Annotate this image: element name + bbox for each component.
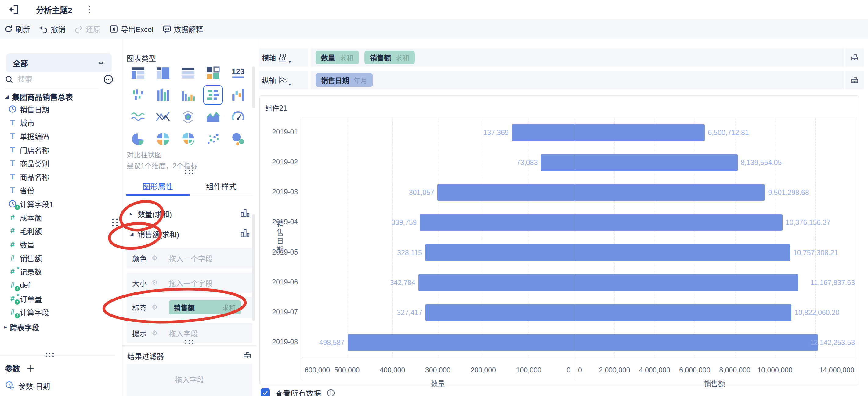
add-parameter-button[interactable]: ＋: [26, 362, 35, 374]
h-axis-label-cell[interactable]: 横轴 ▾: [259, 48, 308, 66]
scrollbar[interactable]: [252, 214, 255, 321]
view-all-data-checkbox[interactable]: [261, 388, 270, 396]
field-item[interactable]: 销售日期: [0, 102, 122, 116]
metric-section-expanded[interactable]: ◢销售额(求和): [130, 224, 250, 244]
expanded-triangle-icon[interactable]: ◢: [5, 93, 9, 100]
expanded-triangle-icon[interactable]: ◢: [130, 231, 138, 237]
field-item[interactable]: T商品类别: [0, 157, 122, 170]
prop-size-row[interactable]: 大小 ⚙ 拖入一个字段: [127, 273, 252, 293]
toolbar-button-refresh[interactable]: 刷新: [4, 24, 30, 34]
dashboard-grid-icon[interactable]: [206, 66, 220, 80]
caret-down-icon[interactable]: ▾: [289, 82, 291, 87]
chart-component[interactable]: 组件21 销售日期 2019-012019-022019-032019-0420…: [259, 95, 859, 385]
rose-chart-icon[interactable]: [181, 132, 195, 146]
field-item[interactable]: T城市: [0, 116, 122, 129]
prop-color-row[interactable]: 颜色 ⚙ 拖入一个字段: [127, 248, 252, 268]
section-drag-handle[interactable]: [185, 340, 194, 344]
label-field-pill[interactable]: 销售额 求和: [169, 300, 241, 314]
scrollbar[interactable]: [252, 66, 255, 108]
bar-quantity[interactable]: [418, 274, 574, 291]
field-item[interactable]: #成本额: [0, 210, 122, 224]
field-item[interactable]: #数量: [0, 238, 122, 251]
field-item[interactable]: T门店名称: [0, 143, 122, 157]
bubble-chart-icon[interactable]: [231, 132, 245, 146]
field-item[interactable]: #f计算字段: [0, 305, 122, 319]
field-pill[interactable]: 销售额求和: [364, 51, 415, 64]
bar-sales[interactable]: [575, 184, 765, 201]
parameter-item[interactable]: 参数-日期: [5, 379, 50, 392]
bar-quantity[interactable]: [512, 124, 575, 141]
pie-quarter-icon[interactable]: [156, 132, 170, 146]
result-filter-dropzone[interactable]: 拖入字段: [127, 364, 252, 396]
gear-icon[interactable]: ⚙: [152, 329, 158, 337]
prop-label-row[interactable]: 标签 ⚙ 销售额 求和: [127, 297, 252, 318]
panel-resize-handle[interactable]: [112, 219, 118, 226]
bar-quantity[interactable]: [348, 334, 574, 351]
table-scope-dropdown[interactable]: 全部: [6, 54, 112, 73]
tab-component-style[interactable]: 组件样式: [189, 177, 253, 195]
info-icon[interactable]: [327, 389, 335, 396]
tab-graphic-properties[interactable]: 图形属性: [126, 177, 189, 195]
comparison-bar-icon[interactable]: [206, 88, 220, 102]
gear-icon[interactable]: ⚙: [152, 304, 158, 311]
bar-sales[interactable]: [575, 304, 792, 321]
caret-down-icon[interactable]: ▾: [289, 59, 291, 64]
field-pill[interactable]: 数量求和: [316, 51, 359, 64]
column-stack-icon[interactable]: [156, 88, 170, 102]
waterfall-icon[interactable]: [231, 88, 245, 102]
bar-sales[interactable]: [575, 214, 782, 231]
toolbar-button-export-excel[interactable]: 导出Excel: [110, 24, 154, 34]
area-chart-icon[interactable]: [206, 110, 220, 124]
field-item[interactable]: #销售额: [0, 251, 122, 264]
metric-section-collapsed[interactable]: ▸数量(求和): [130, 203, 250, 224]
v-axis-lock-cell[interactable]: [845, 71, 864, 89]
bar-sales[interactable]: [575, 334, 818, 351]
field-item[interactable]: #毛利额: [0, 224, 122, 238]
field-item[interactable]: T省份: [0, 183, 122, 197]
column-chart-icon[interactable]: [181, 88, 195, 102]
field-item[interactable]: #*f订单量: [0, 292, 122, 305]
field-item[interactable]: #*记录数: [0, 265, 122, 278]
bar-sales[interactable]: [575, 274, 798, 291]
collapsed-triangle-icon[interactable]: ▸: [4, 324, 7, 330]
search-options-icon[interactable]: [103, 74, 114, 85]
v-axis-label-cell[interactable]: 纵轴 ▾: [259, 71, 308, 89]
bar-sales[interactable]: [575, 154, 738, 171]
grouped-table-icon[interactable]: [131, 66, 145, 80]
line-chart-icon[interactable]: [131, 110, 145, 124]
filter-lock-icon[interactable]: [243, 350, 252, 361]
plot-area[interactable]: 137,3696,500,712.8173,0838,139,554.05301…: [302, 118, 855, 358]
bar-quantity[interactable]: [420, 214, 574, 231]
gauge-icon[interactable]: [231, 110, 245, 124]
field-item[interactable]: T单据编码: [0, 130, 122, 143]
exit-icon[interactable]: [8, 4, 20, 15]
bar-sales[interactable]: [575, 124, 705, 141]
sidebar-cross-table-node[interactable]: ▸ 跨表字段: [0, 321, 39, 333]
h-axis-lock-cell[interactable]: [845, 48, 864, 66]
pie-chart-icon[interactable]: [131, 132, 145, 146]
section-drag-handle[interactable]: [185, 170, 194, 174]
field-item[interactable]: T商品名称: [0, 170, 122, 183]
bar-quantity[interactable]: [437, 184, 574, 201]
sidebar-section-drag-handle[interactable]: [46, 352, 54, 357]
bar-quantity[interactable]: [426, 304, 574, 321]
multi-axis-bar-icon[interactable]: [131, 88, 145, 102]
combo-line-icon[interactable]: [156, 110, 170, 124]
search-input[interactable]: [17, 75, 79, 84]
toolbar-button-undo[interactable]: 撤销: [39, 24, 65, 34]
bar-quantity[interactable]: [541, 154, 574, 171]
cross-table-icon[interactable]: [156, 66, 170, 80]
more-menu-icon[interactable]: [89, 6, 90, 13]
bar-quantity[interactable]: [425, 245, 574, 261]
scatter-plot-icon[interactable]: [206, 132, 220, 146]
gear-icon[interactable]: ⚙: [152, 254, 158, 262]
kpi-card-icon[interactable]: 123: [231, 66, 245, 80]
gear-icon[interactable]: ⚙: [152, 279, 158, 287]
toolbar-button-data-explain[interactable]: 数据解释: [163, 24, 203, 34]
bar-sales[interactable]: [575, 245, 790, 261]
sidebar-table-node[interactable]: ◢ 集团商品销售总表: [0, 90, 73, 103]
field-item[interactable]: #fdef: [0, 278, 122, 292]
detail-table-icon[interactable]: [181, 66, 195, 80]
collapsed-triangle-icon[interactable]: ▸: [130, 211, 138, 217]
field-item[interactable]: f计算字段1: [0, 197, 122, 210]
